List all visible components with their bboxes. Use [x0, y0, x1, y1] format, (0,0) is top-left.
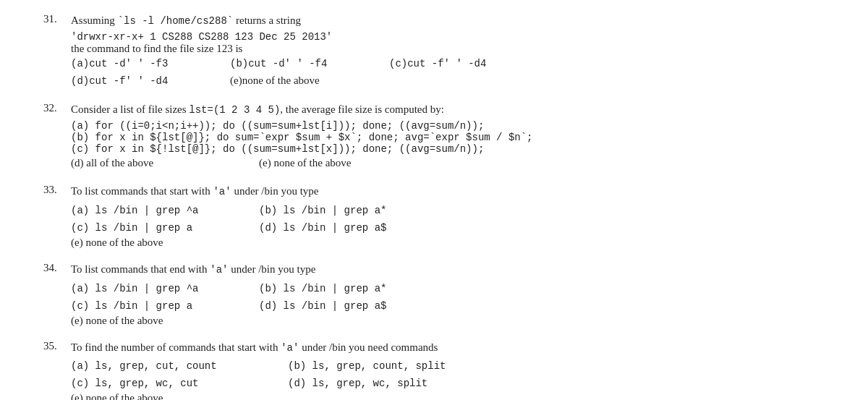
q33-options-row2: (c) ls /bin | grep a (d) ls /bin | grep …	[71, 219, 825, 236]
q33-code-inline: 'a'	[213, 186, 231, 197]
q34-header: 34. To list commands that end with 'a' u…	[43, 262, 825, 278]
q33-opt-e: (e) none of the above	[71, 237, 825, 249]
q31-options-row1: (a)cut -d' ' -f3 (b)cut -d' ' -f4 (c)cut…	[71, 55, 825, 72]
q35-number: 35.	[43, 340, 71, 352]
q33-number: 33.	[43, 184, 71, 196]
q32-text: Consider a list of file sizes lst=(1 2 3…	[71, 102, 444, 118]
q34-number: 34.	[43, 262, 71, 274]
q35-text: To find the number of commands that star…	[71, 340, 438, 356]
q34-text: To list commands that end with 'a' under…	[71, 262, 315, 278]
q34-opt-d: (d) ls /bin | grep a$	[259, 297, 386, 314]
q31-options-row2: (d)cut -f' ' -d4 (e)none of the above	[71, 72, 825, 89]
q32-code-inline: lst=(1 2 3 4 5)	[189, 104, 280, 116]
q35-header: 35. To find the number of commands that …	[43, 340, 825, 356]
q31-opt-e: (e)none of the above	[230, 72, 320, 89]
q32-header: 32. Consider a list of file sizes lst=(1…	[43, 102, 825, 118]
q35-opt-d: (d) ls, grep, wc, split	[288, 375, 427, 391]
q31-opt-b: (b)cut -d' ' -f4	[230, 55, 389, 72]
q35-opt-c: (c) ls, grep, wc, cut	[71, 375, 288, 391]
q35-options-row2: (c) ls, grep, wc, cut (d) ls, grep, wc, …	[71, 375, 825, 391]
q32-opt-b: (b) for x in ${lst[@]}; do sum=`expr $su…	[71, 132, 825, 143]
q34-opt-a: (a) ls /bin | grep ^a	[71, 280, 259, 297]
question-33: 33. To list commands that start with 'a'…	[43, 184, 825, 249]
question-32: 32. Consider a list of file sizes lst=(1…	[43, 102, 825, 171]
q33-opt-a: (a) ls /bin | grep ^a	[71, 202, 259, 218]
q35-options-row1: (a) ls, grep, cut, count (b) ls, grep, c…	[71, 357, 825, 374]
q31-content: 'drwxr-xr-x+ 1 CS288 CS288 123 Dec 25 20…	[71, 31, 825, 89]
q33-header: 33. To list commands that start with 'a'…	[43, 184, 825, 200]
q33-content: (a) ls /bin | grep ^a (b) ls /bin | grep…	[71, 202, 825, 249]
question-31: 31. Assuming `ls -l /home/cs288` returns…	[43, 13, 825, 89]
q33-options-row1: (a) ls /bin | grep ^a (b) ls /bin | grep…	[71, 202, 825, 218]
q32-opt-c: (c) for x in ${!lst[@]}; do ((sum=sum+ls…	[71, 143, 825, 155]
q31-opt-d: (d)cut -f' ' -d4	[71, 72, 230, 89]
q32-opt-a: (a) for ((i=0;i<n;i++)); do ((sum=sum+ls…	[71, 120, 825, 132]
q33-text: To list commands that start with 'a' und…	[71, 184, 318, 200]
q31-example-output: 'drwxr-xr-x+ 1 CS288 CS288 123 Dec 25 20…	[71, 31, 825, 43]
q34-options-row2: (c) ls /bin | grep a (d) ls /bin | grep …	[71, 297, 825, 314]
q35-content: (a) ls, grep, cut, count (b) ls, grep, c…	[71, 357, 825, 400]
q31-opt-c: (c)cut -f' ' -d4	[389, 55, 548, 72]
q34-opt-e: (e) none of the above	[71, 315, 825, 327]
q32-opt-d: (d) all of the above	[71, 155, 259, 171]
q35-opt-b: (b) ls, grep, count, split	[288, 357, 446, 374]
q35-code-inline: 'a'	[281, 342, 299, 354]
q32-options-row-de: (d) all of the above (e) none of the abo…	[71, 155, 825, 171]
q31-code-inline: `ls -l /home/cs288`	[118, 15, 234, 27]
q34-opt-c: (c) ls /bin | grep a	[71, 297, 259, 314]
q32-content: (a) for ((i=0;i<n;i++)); do ((sum=sum+ls…	[71, 120, 825, 171]
q33-opt-c: (c) ls /bin | grep a	[71, 219, 259, 236]
q34-content: (a) ls /bin | grep ^a (b) ls /bin | grep…	[71, 280, 825, 327]
q31-text: Assuming `ls -l /home/cs288` returns a s…	[71, 13, 301, 29]
q31-opt-a: (a)cut -d' ' -f3	[71, 55, 230, 72]
question-34: 34. To list commands that end with 'a' u…	[43, 262, 825, 327]
q34-options-row1: (a) ls /bin | grep ^a (b) ls /bin | grep…	[71, 280, 825, 297]
question-35: 35. To find the number of commands that …	[43, 340, 825, 401]
q31-task: the command to find the file size 123 is	[71, 43, 825, 55]
q35-opt-e: (e) none of the above	[71, 392, 825, 400]
q31-header: 31. Assuming `ls -l /home/cs288` returns…	[43, 13, 825, 29]
q31-number: 31.	[43, 13, 71, 25]
q34-code-inline: 'a'	[210, 264, 228, 276]
q34-opt-b: (b) ls /bin | grep a*	[259, 280, 386, 297]
q33-opt-d: (d) ls /bin | grep a$	[259, 219, 386, 236]
q35-opt-a: (a) ls, grep, cut, count	[71, 357, 288, 374]
q32-number: 32.	[43, 102, 71, 114]
q33-opt-b: (b) ls /bin | grep a*	[259, 202, 386, 218]
q32-opt-e: (e) none of the above	[259, 155, 351, 171]
